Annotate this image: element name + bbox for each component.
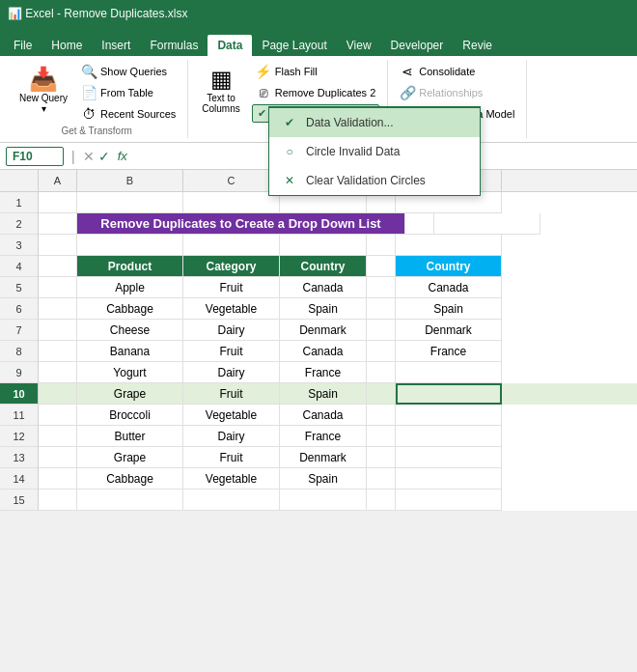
- cell-B4-product[interactable]: Product: [77, 256, 183, 277]
- cell-B14[interactable]: Cabbage: [77, 468, 183, 490]
- cell-E2[interactable]: [405, 213, 434, 235]
- cell-B2-title[interactable]: Remove Duplicates to Create a Drop Down …: [77, 213, 405, 235]
- cell-B7[interactable]: Cheese: [77, 320, 183, 341]
- cell-F9[interactable]: [396, 362, 502, 383]
- cell-D10[interactable]: Spain: [280, 383, 367, 405]
- from-table-button[interactable]: 📄 From Table: [77, 83, 180, 102]
- cell-F7[interactable]: Denmark: [396, 320, 502, 341]
- new-query-button[interactable]: 📥 New Query ▾: [14, 62, 73, 118]
- consolidate-button[interactable]: ⋖ Consolidate: [396, 62, 518, 81]
- cell-F13[interactable]: [396, 447, 502, 468]
- cell-F15[interactable]: [396, 490, 502, 511]
- cell-A10[interactable]: [39, 383, 77, 405]
- cell-A7[interactable]: [39, 320, 77, 341]
- cell-A3[interactable]: [39, 235, 77, 256]
- recent-sources-button[interactable]: ⏱ Recent Sources: [77, 104, 180, 124]
- cell-C9[interactable]: Dairy: [183, 362, 280, 383]
- ribbon-tab-formulas[interactable]: Formulas: [140, 35, 208, 56]
- cell-E10[interactable]: [367, 383, 396, 405]
- cell-C8[interactable]: Fruit: [183, 341, 280, 362]
- cell-A4[interactable]: [39, 256, 77, 277]
- cell-C14[interactable]: Vegetable: [183, 468, 280, 490]
- cell-E11[interactable]: [367, 405, 396, 426]
- cell-A11[interactable]: [39, 405, 77, 426]
- cell-A8[interactable]: [39, 341, 77, 362]
- ribbon-tab-file[interactable]: File: [4, 35, 42, 56]
- ribbon-tab-home[interactable]: Home: [42, 35, 92, 56]
- cell-C4-category[interactable]: Category: [183, 256, 280, 277]
- dropdown-item-circle-invalid[interactable]: ○ Circle Invalid Data: [269, 137, 480, 166]
- cell-B6[interactable]: Cabbage: [77, 298, 183, 320]
- cell-D5[interactable]: Canada: [280, 277, 367, 298]
- cell-F10-active[interactable]: [396, 383, 502, 405]
- cell-E9[interactable]: [367, 362, 396, 383]
- cell-C1[interactable]: [183, 192, 280, 213]
- cell-E7[interactable]: [367, 320, 396, 341]
- confirm-formula-icon[interactable]: ✓: [98, 149, 110, 164]
- cell-E6[interactable]: [367, 298, 396, 320]
- cell-B5[interactable]: Apple: [77, 277, 183, 298]
- cell-D3[interactable]: [280, 235, 367, 256]
- cell-F11[interactable]: [396, 405, 502, 426]
- ribbon-tab-page layout[interactable]: Page Layout: [252, 35, 336, 56]
- cell-E5[interactable]: [367, 277, 396, 298]
- cell-E3[interactable]: [367, 235, 396, 256]
- cell-C5[interactable]: Fruit: [183, 277, 280, 298]
- cell-F4-country[interactable]: Country: [396, 256, 502, 277]
- cell-C11[interactable]: Vegetable: [183, 405, 280, 426]
- ribbon-tab-view[interactable]: View: [337, 35, 381, 56]
- cell-D14[interactable]: Spain: [280, 468, 367, 490]
- cell-A1[interactable]: [39, 192, 77, 213]
- cell-A14[interactable]: [39, 468, 77, 490]
- remove-duplicates-button[interactable]: ⎚ Remove Duplicates 2: [252, 83, 380, 102]
- cell-C3[interactable]: [183, 235, 280, 256]
- cell-E13[interactable]: [367, 447, 396, 468]
- cell-D13[interactable]: Denmark: [280, 447, 367, 468]
- cell-D4-country[interactable]: Country: [280, 256, 367, 277]
- cell-reference-box[interactable]: F10: [6, 147, 64, 166]
- cell-B3[interactable]: [77, 235, 183, 256]
- cell-B10[interactable]: Grape: [77, 383, 183, 405]
- cell-F5[interactable]: Canada: [396, 277, 502, 298]
- show-queries-button[interactable]: 🔍 Show Queries: [77, 62, 180, 81]
- cell-A13[interactable]: [39, 447, 77, 468]
- cell-A12[interactable]: [39, 426, 77, 447]
- cell-B9[interactable]: Yogurt: [77, 362, 183, 383]
- cell-B1[interactable]: [77, 192, 183, 213]
- cell-E4[interactable]: [367, 256, 396, 277]
- cell-B15[interactable]: [77, 490, 183, 511]
- cell-D12[interactable]: France: [280, 426, 367, 447]
- cell-F6[interactable]: Spain: [396, 298, 502, 320]
- cell-D7[interactable]: Denmark: [280, 320, 367, 341]
- cell-F12[interactable]: [396, 426, 502, 447]
- cell-B8[interactable]: Banana: [77, 341, 183, 362]
- cell-A15[interactable]: [39, 490, 77, 511]
- dropdown-item-clear-circles[interactable]: ✕ Clear Validation Circles: [269, 166, 480, 195]
- cell-F3[interactable]: [396, 235, 502, 256]
- cell-C12[interactable]: Dairy: [183, 426, 280, 447]
- cell-A2[interactable]: [39, 213, 77, 235]
- cell-D15[interactable]: [280, 490, 367, 511]
- ribbon-tab-revie[interactable]: Revie: [453, 35, 502, 56]
- cell-F8[interactable]: France: [396, 341, 502, 362]
- cell-E8[interactable]: [367, 341, 396, 362]
- cell-F14[interactable]: [396, 468, 502, 490]
- cell-D11[interactable]: Canada: [280, 405, 367, 426]
- cell-C10[interactable]: Fruit: [183, 383, 280, 405]
- insert-function-icon[interactable]: fx: [114, 149, 131, 163]
- cell-B12[interactable]: Butter: [77, 426, 183, 447]
- cell-A9[interactable]: [39, 362, 77, 383]
- flash-fill-button[interactable]: ⚡ Flash Fill: [252, 62, 380, 81]
- cell-F2[interactable]: [434, 213, 540, 235]
- cell-D9[interactable]: France: [280, 362, 367, 383]
- cell-B11[interactable]: Broccoli: [77, 405, 183, 426]
- text-to-columns-button[interactable]: ▦ Text toColumns: [196, 62, 245, 118]
- cell-A6[interactable]: [39, 298, 77, 320]
- cell-C15[interactable]: [183, 490, 280, 511]
- cancel-formula-icon[interactable]: ✕: [83, 149, 95, 164]
- cell-C13[interactable]: Fruit: [183, 447, 280, 468]
- cell-E15[interactable]: [367, 490, 396, 511]
- cell-E12[interactable]: [367, 426, 396, 447]
- cell-C6[interactable]: Vegetable: [183, 298, 280, 320]
- relationships-button[interactable]: 🔗 Relationships: [396, 83, 518, 102]
